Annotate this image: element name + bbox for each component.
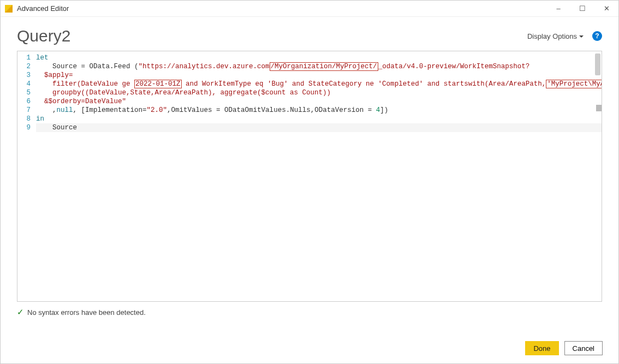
maximize-button[interactable]: ☐ <box>570 1 594 17</box>
code-token: filter(DateValue ge <box>52 80 134 88</box>
code-area[interactable]: let Source = OData.Feed ("https://analyt… <box>36 53 602 301</box>
title-bar: Advanced Editor – ☐ ✕ <box>1 1 618 17</box>
code-token: and WorkItemType eq 'Bug' and StateCateg… <box>182 80 546 88</box>
code-token: $apply= <box>44 71 73 79</box>
code-line[interactable]: Source = OData.Feed ("https://analytics.… <box>36 62 602 71</box>
cancel-button[interactable]: Cancel <box>564 341 603 355</box>
code-token: ,OmitValues = ODataOmitValues.Nulls,ODat… <box>167 106 376 114</box>
code-token: ]) <box>380 106 388 114</box>
code-token: let <box>36 54 49 62</box>
line-number: 5 <box>17 88 31 97</box>
help-icon[interactable]: ? <box>592 31 602 41</box>
code-token: , [Implementation= <box>73 106 147 114</box>
code-token: Source <box>52 124 77 132</box>
highlighted-placeholder[interactable]: 'MyProject\MyAreaPath'))/ <box>546 80 602 88</box>
code-line[interactable]: &$orderby=DateValue" <box>36 97 602 106</box>
code-line[interactable]: let <box>36 53 602 62</box>
done-button[interactable]: Done <box>525 341 558 355</box>
editor-header: Query2 Display Options ? <box>1 17 618 51</box>
line-number: 3 <box>17 71 31 80</box>
code-editor[interactable]: 123456789 let Source = OData.Feed ("http… <box>17 51 602 302</box>
line-number: 4 <box>17 80 31 88</box>
code-line[interactable]: groupby((DateValue,State,Area/AreaPath),… <box>36 88 602 97</box>
overview-ruler-mark <box>596 105 602 111</box>
status-bar: ✓ No syntax errors have been detected. <box>17 307 602 317</box>
code-line[interactable]: in <box>36 115 602 123</box>
code-line[interactable]: Source <box>36 123 602 132</box>
chevron-down-icon <box>579 32 584 40</box>
line-number: 6 <box>17 97 31 106</box>
app-logo-icon <box>5 5 13 13</box>
query-name: Query2 <box>17 27 527 45</box>
code-token: "https://analytics.dev.azure.com <box>139 63 270 70</box>
checkmark-icon: ✓ <box>17 307 24 317</box>
code-token: Source = OData.Feed ( <box>52 63 139 70</box>
code-token: _odata/v4.0-preview/WorkItemSnapshot? <box>378 63 530 70</box>
code-line[interactable]: ,null, [Implementation="2.0",OmitValues … <box>36 106 602 115</box>
display-options-label: Display Options <box>527 32 577 40</box>
code-token: in <box>36 115 44 123</box>
code-line[interactable]: filter(DateValue ge 2022-01-01Z and Work… <box>36 80 602 88</box>
dialog-footer: Done Cancel <box>525 341 603 355</box>
code-token: , <box>52 106 57 114</box>
line-number: 1 <box>17 53 31 62</box>
line-number: 9 <box>17 123 31 132</box>
vertical-scrollbar[interactable] <box>595 53 600 75</box>
line-number: 2 <box>17 62 31 71</box>
line-number: 8 <box>17 115 31 123</box>
window-title: Advanced Editor <box>17 4 69 13</box>
display-options-dropdown[interactable]: Display Options <box>527 32 584 40</box>
highlighted-placeholder[interactable]: 2022-01-01Z <box>134 80 182 88</box>
highlighted-placeholder[interactable]: /MyOrganization/MyProject/ <box>270 62 378 71</box>
code-token: groupby((DateValue,State,Area/AreaPath),… <box>52 89 331 97</box>
code-line[interactable]: $apply= <box>36 71 602 80</box>
code-token: null <box>57 106 73 114</box>
minimize-button[interactable]: – <box>546 1 570 17</box>
line-number-gutter: 123456789 <box>17 53 36 301</box>
close-button[interactable]: ✕ <box>594 1 618 17</box>
code-token: &$orderby=DateValue" <box>44 98 126 105</box>
line-number: 7 <box>17 106 31 115</box>
code-token: "2.0" <box>147 106 168 114</box>
status-text: No syntax errors have been detected. <box>27 308 146 317</box>
